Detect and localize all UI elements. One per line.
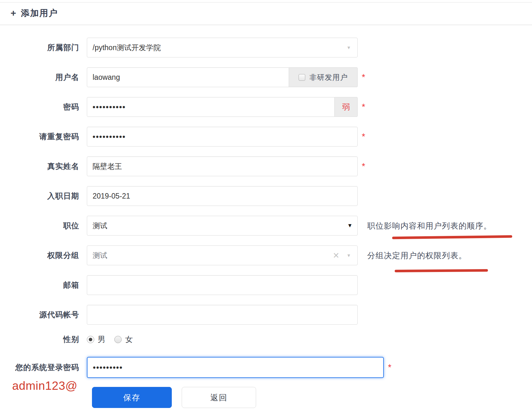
permission-group-help-note: 分组决定用户的权限列表。 [367, 250, 467, 261]
repeat-password-label: 请重复密码 [0, 132, 79, 142]
password-input[interactable] [87, 97, 335, 117]
required-asterisk: * [362, 162, 365, 171]
department-value: /python测试开发学院 [93, 43, 161, 53]
clear-icon[interactable]: ✕ [333, 251, 339, 260]
admin-password-annotation: admin123@ [12, 379, 78, 393]
email-input[interactable] [87, 275, 358, 295]
password-label: 密码 [0, 102, 79, 112]
button-row: 保存 返回 [0, 378, 532, 408]
required-asterisk: * [362, 132, 365, 141]
password-strength-badge: 弱 [342, 102, 350, 112]
gender-male-radio[interactable] [87, 336, 94, 343]
add-user-form: 所属部门 /python测试开发学院 ▼ 用户名 非研发用户 * 密码 弱 [0, 25, 532, 408]
form-row-email: 邮箱 [0, 275, 532, 295]
form-row-permission-group: 权限分组 测试 ✕ ▼ 分组决定用户的权限列表。 [0, 245, 532, 265]
non-dev-user-label: 非研发用户 [309, 72, 348, 82]
required-asterisk: * [388, 363, 391, 372]
form-footer: admin123@ 保存 返回 [0, 378, 532, 408]
form-row-login-password: 您的系统登录密码 * [0, 357, 532, 378]
gender-female-label[interactable]: 女 [125, 334, 133, 344]
real-name-label: 真实姓名 [0, 161, 79, 171]
save-button[interactable]: 保存 [92, 387, 172, 408]
form-row-position: 职位 测试 ▼ 职位影响内容和用户列表的顺序。 [0, 216, 532, 236]
hire-date-input[interactable] [87, 186, 358, 206]
form-row-username: 用户名 非研发用户 * [0, 67, 532, 87]
hire-date-label: 入职日期 [0, 191, 79, 201]
position-help-text: 职位影响内容和用户列表的顺序。 [367, 221, 492, 230]
gender-female-radio[interactable] [114, 336, 122, 343]
department-label: 所属部门 [0, 42, 79, 53]
repeat-password-input[interactable] [87, 127, 358, 147]
form-row-department: 所属部门 /python测试开发学院 ▼ [0, 38, 532, 57]
red-underline-annotation [395, 269, 488, 272]
login-password-input[interactable] [87, 357, 384, 378]
position-help-note: 职位影响内容和用户列表的顺序。 [367, 221, 492, 231]
back-button[interactable]: 返回 [182, 387, 256, 408]
department-select[interactable]: /python测试开发学院 ▼ [87, 38, 358, 57]
username-label: 用户名 [0, 72, 79, 82]
form-row-source-account: 源代码帐号 [0, 305, 532, 325]
form-row-real-name: 真实姓名 * [0, 156, 532, 176]
position-value: 测试 [93, 221, 107, 231]
chevron-down-icon[interactable]: ▼ [346, 253, 351, 258]
form-row-gender: 性别 男 女 [0, 335, 532, 344]
chevron-down-icon[interactable]: ▼ [347, 223, 353, 229]
gender-male-label[interactable]: 男 [98, 334, 105, 344]
position-select[interactable]: 测试 ▼ [87, 216, 358, 236]
login-password-label: 您的系统登录密码 [0, 362, 79, 373]
red-underline-annotation [392, 235, 512, 239]
source-account-input[interactable] [87, 305, 358, 325]
username-input[interactable] [87, 67, 289, 87]
password-strength-addon: 弱 [335, 97, 358, 117]
permission-group-label: 权限分组 [0, 250, 79, 260]
gender-label: 性别 [0, 334, 79, 344]
non-dev-user-addon[interactable]: 非研发用户 [289, 67, 358, 87]
real-name-input[interactable] [87, 156, 358, 176]
page-title: 添加用户 [21, 8, 58, 19]
email-label: 邮箱 [0, 280, 79, 290]
form-row-repeat-password: 请重复密码 * [0, 127, 532, 147]
permission-group-value: 测试 [93, 251, 107, 260]
required-asterisk: * [362, 103, 365, 111]
position-label: 职位 [0, 221, 79, 231]
form-row-hire-date: 入职日期 [0, 186, 532, 206]
non-dev-user-checkbox[interactable] [299, 74, 305, 81]
permission-group-select[interactable]: 测试 ✕ ▼ [87, 245, 358, 265]
chevron-down-icon[interactable]: ▼ [346, 45, 351, 50]
plus-icon: + [11, 8, 16, 18]
source-account-label: 源代码帐号 [0, 310, 79, 320]
required-asterisk: * [362, 73, 365, 82]
form-row-password: 密码 弱 * [0, 97, 532, 117]
page-header: + 添加用户 [0, 3, 532, 25]
permission-group-help-text: 分组决定用户的权限列表。 [367, 251, 467, 260]
